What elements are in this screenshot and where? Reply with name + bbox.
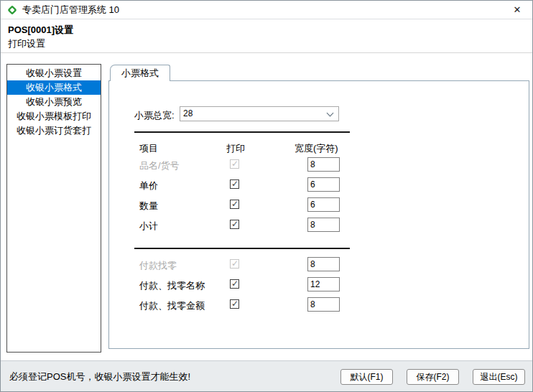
- exit-button[interactable]: 退出(Esc): [473, 369, 525, 385]
- table-row: 付款找零: [109, 256, 529, 276]
- chevron-down-icon: [327, 110, 334, 117]
- button-label: 默认(F1): [351, 372, 384, 382]
- row-label: 付款、找零金额: [139, 299, 205, 312]
- print-checkbox[interactable]: [230, 220, 239, 229]
- print-checkbox[interactable]: [230, 179, 239, 189]
- table-row: 数量: [109, 196, 529, 216]
- row-label: 付款找零: [139, 259, 177, 272]
- width-input[interactable]: [307, 218, 340, 232]
- sidebar-item-receipt-settings[interactable]: 收银小票设置: [7, 66, 101, 80]
- width-input[interactable]: [307, 177, 340, 192]
- receipt-format-panel: 小票总宽: 28 项目 打印 宽度(字符) 品名/货号 单价 数量 小计 付款找…: [108, 80, 529, 349]
- status-message: 必须登记POS机号，收银小票设置才能生效!: [9, 370, 190, 383]
- item-print-group: 品名/货号 单价 数量 小计: [109, 156, 529, 236]
- tab-receipt-format[interactable]: 小票格式: [110, 65, 170, 81]
- table-header: 项目 打印 宽度(字符): [109, 142, 529, 154]
- payment-print-group: 付款找零 付款、找零名称 付款、找零金额: [109, 256, 529, 316]
- width-input[interactable]: [307, 157, 340, 172]
- row-label: 付款、找零名称: [139, 279, 205, 292]
- width-input[interactable]: [307, 257, 340, 271]
- print-checkbox[interactable]: [230, 159, 239, 169]
- dialog-buttons: 默认(F1) 保存(F2) 退出(Esc): [340, 369, 525, 385]
- row-label: 数量: [139, 200, 158, 213]
- receipt-width-select[interactable]: 28: [180, 106, 339, 121]
- save-button[interactable]: 保存(F2): [407, 369, 459, 385]
- sidebar-item-receipt-preview[interactable]: 收银小票预览: [7, 95, 101, 109]
- table-row: 付款、找零名称: [109, 276, 529, 296]
- tab-label: 小票格式: [121, 67, 159, 78]
- sidebar-item-receipt-template-print[interactable]: 收银小票模板打印: [7, 109, 101, 123]
- column-header-item: 项目: [139, 142, 158, 155]
- print-settings-subtitle: 打印设置: [8, 37, 45, 50]
- pos-settings-title: POS[0001]设置: [8, 24, 73, 37]
- sidebar-item-label: 收银小票格式: [26, 82, 82, 93]
- window-title: 专卖店门店管理系统 10: [22, 1, 119, 19]
- sidebar-item-receipt-order-print[interactable]: 收银小票订货套打: [7, 123, 101, 138]
- sidebar-item-label: 收银小票模板打印: [17, 111, 91, 121]
- receipt-width-label: 小票总宽:: [134, 109, 175, 122]
- width-input[interactable]: [307, 277, 340, 291]
- width-input[interactable]: [307, 197, 340, 212]
- table-row: 付款、找零金额: [109, 296, 529, 316]
- title-bar: 专卖店门店管理系统 10 ✕: [1, 1, 532, 19]
- column-header-print: 打印: [226, 142, 245, 155]
- table-row: 单价: [109, 176, 529, 196]
- app-window: 专卖店门店管理系统 10 ✕ POS[0001]设置 打印设置 收银小票设置 收…: [0, 0, 533, 392]
- print-checkbox[interactable]: [230, 259, 239, 269]
- button-label: 保存(F2): [417, 372, 450, 382]
- divider: [134, 131, 350, 133]
- width-input[interactable]: [307, 297, 340, 312]
- table-row: 品名/货号: [109, 156, 529, 176]
- table-row: 小计: [109, 216, 529, 236]
- row-label: 品名/货号: [139, 159, 180, 172]
- sidebar-item-receipt-format[interactable]: 收银小票格式: [7, 80, 101, 95]
- sidebar-item-label: 收银小票预览: [26, 96, 82, 107]
- close-icon[interactable]: ✕: [502, 1, 532, 19]
- print-checkbox[interactable]: [230, 299, 239, 309]
- divider: [134, 248, 350, 249]
- default-button[interactable]: 默认(F1): [340, 369, 393, 385]
- page-header: POS[0001]设置 打印设置: [1, 19, 532, 53]
- sidebar-item-label: 收银小票订货套打: [17, 125, 91, 136]
- receipt-width-value: 28: [183, 108, 193, 118]
- column-header-width: 宽度(字符): [295, 142, 338, 155]
- button-label: 退出(Esc): [481, 372, 518, 382]
- print-checkbox[interactable]: [230, 279, 239, 289]
- row-label: 单价: [139, 179, 158, 192]
- settings-nav-list: 收银小票设置 收银小票格式 收银小票预览 收银小票模板打印 收银小票订货套打: [6, 64, 101, 353]
- print-checkbox[interactable]: [230, 200, 239, 209]
- status-bar: 必须登记POS机号，收银小票设置才能生效! 默认(F1) 保存(F2) 退出(E…: [1, 360, 532, 391]
- app-logo-icon: [6, 4, 18, 16]
- sidebar-item-label: 收银小票设置: [26, 67, 82, 78]
- row-label: 小计: [139, 220, 158, 233]
